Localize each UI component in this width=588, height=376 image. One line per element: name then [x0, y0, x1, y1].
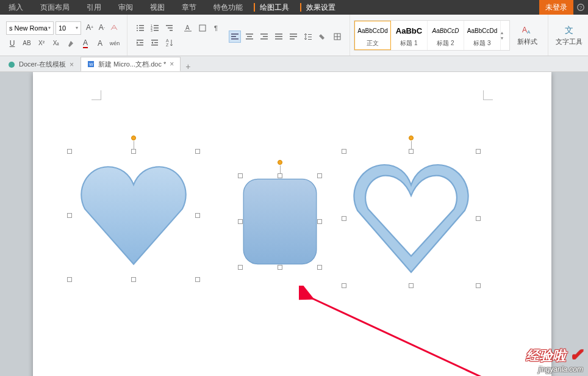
- highlight-icon[interactable]: [65, 37, 77, 49]
- menu-special[interactable]: 特色功能: [205, 0, 251, 15]
- shape-rounded-rect[interactable]: [240, 176, 320, 267]
- number-list-icon[interactable]: 123: [148, 21, 162, 35]
- increase-font-icon[interactable]: A+: [84, 21, 96, 34]
- resize-handle[interactable]: [409, 283, 414, 288]
- close-icon[interactable]: ×: [70, 60, 74, 69]
- svg-rect-29: [231, 36, 236, 37]
- increase-indent-icon[interactable]: [148, 36, 162, 49]
- resize-handle[interactable]: [342, 149, 346, 154]
- strikethrough-icon[interactable]: AB: [21, 37, 33, 49]
- style-heading3[interactable]: AaBbCcDd标题 3: [464, 21, 501, 50]
- sort-icon[interactable]: AZ: [163, 36, 176, 49]
- svg-rect-37: [275, 34, 282, 35]
- svg-text:A: A: [522, 26, 527, 34]
- menu-insert[interactable]: 插入: [0, 0, 32, 15]
- align-right-icon[interactable]: [258, 31, 270, 43]
- close-icon[interactable]: ×: [170, 60, 174, 68]
- menu-layout[interactable]: 页面布局: [32, 0, 78, 15]
- resize-handle[interactable]: [476, 149, 481, 154]
- svg-rect-40: [290, 34, 297, 35]
- svg-rect-11: [154, 27, 159, 29]
- svg-rect-7: [139, 30, 144, 31]
- align-left-icon[interactable]: [229, 31, 241, 43]
- clear-format-icon[interactable]: [108, 21, 120, 34]
- resize-handle[interactable]: [317, 173, 322, 178]
- resize-handle[interactable]: [195, 213, 200, 218]
- multilevel-list-icon[interactable]: [163, 21, 176, 35]
- resize-handle[interactable]: [342, 216, 346, 221]
- resize-handle[interactable]: [342, 283, 346, 288]
- resize-handle[interactable]: [131, 149, 136, 154]
- shading-fill-icon[interactable]: [317, 31, 329, 43]
- menu-chapter[interactable]: 章节: [173, 0, 205, 15]
- char-scale-icon[interactable]: A: [181, 21, 195, 35]
- svg-rect-31: [246, 34, 253, 35]
- resize-handle[interactable]: [131, 277, 136, 282]
- style-heading2[interactable]: AaBbCcD标题 2: [428, 21, 464, 50]
- resize-handle[interactable]: [238, 173, 243, 178]
- resize-handle[interactable]: [238, 219, 243, 224]
- shape-heart-outline[interactable]: [344, 151, 478, 286]
- menu-effect-settings[interactable]: 效果设置: [298, 0, 344, 15]
- login-button[interactable]: 未登录: [539, 0, 573, 15]
- menu-view[interactable]: 视图: [142, 0, 173, 15]
- resize-handle[interactable]: [317, 265, 322, 270]
- document-page[interactable]: [33, 72, 551, 376]
- bullet-list-icon[interactable]: [134, 21, 147, 35]
- font-color-icon[interactable]: A: [79, 37, 91, 49]
- svg-text:文: 文: [565, 25, 573, 35]
- decrease-indent-icon[interactable]: [134, 36, 147, 49]
- border-grid-icon[interactable]: [331, 31, 343, 43]
- svg-rect-9: [154, 25, 159, 26]
- resize-handle[interactable]: [67, 149, 72, 154]
- style-scroll-down-icon[interactable]: ▾: [501, 35, 509, 41]
- menu-review[interactable]: 审阅: [110, 0, 142, 15]
- border-icon[interactable]: [196, 21, 209, 35]
- rotate-handle[interactable]: [409, 136, 414, 140]
- style-normal[interactable]: AaBbCcDd正文: [354, 21, 391, 50]
- superscript-icon[interactable]: X²: [35, 37, 48, 49]
- help-icon[interactable]: ?: [573, 0, 588, 15]
- menu-drawing-tools[interactable]: 绘图工具: [251, 0, 298, 15]
- new-tab-button[interactable]: +: [181, 62, 195, 71]
- style-scroll-up-icon[interactable]: ▴: [501, 30, 509, 35]
- font-size-combo[interactable]: 10▾: [56, 21, 81, 35]
- shape-heart-filled[interactable]: [70, 151, 198, 280]
- underline-icon[interactable]: U: [6, 37, 18, 49]
- svg-text:?: ?: [579, 5, 583, 10]
- resize-handle[interactable]: [476, 283, 481, 288]
- align-distribute-icon[interactable]: [287, 31, 299, 43]
- resize-handle[interactable]: [409, 149, 414, 154]
- resize-handle[interactable]: [195, 277, 200, 282]
- margin-corner-icon: [483, 90, 493, 100]
- svg-text:A: A: [185, 24, 190, 31]
- tab-docer[interactable]: Docer-在线模板 ×: [1, 57, 81, 71]
- svg-rect-26: [199, 25, 206, 31]
- show-marks-icon[interactable]: ¶: [210, 21, 224, 35]
- line-spacing-icon[interactable]: [302, 31, 314, 43]
- styles-gallery[interactable]: AaBbCcDd正文 AaBbC标题 1 AaBbCcD标题 2 AaBbCcD…: [354, 20, 510, 51]
- new-style-button[interactable]: AA 新样式: [510, 24, 544, 46]
- resize-handle[interactable]: [195, 149, 200, 154]
- subscript-icon[interactable]: X₂: [50, 37, 62, 49]
- shading-icon[interactable]: A: [94, 37, 106, 49]
- resize-handle[interactable]: [67, 213, 72, 218]
- new-style-icon: AA: [521, 24, 533, 36]
- align-center-icon[interactable]: [243, 31, 256, 43]
- decrease-font-icon[interactable]: A-: [96, 21, 108, 34]
- align-justify-icon[interactable]: [273, 31, 285, 43]
- resize-handle[interactable]: [67, 277, 72, 282]
- text-tool-button[interactable]: 文 文字工具: [552, 24, 586, 46]
- style-heading1[interactable]: AaBbC标题 1: [391, 21, 428, 50]
- menu-reference[interactable]: 引用: [78, 0, 110, 15]
- rotate-handle[interactable]: [131, 136, 136, 140]
- resize-handle[interactable]: [278, 173, 282, 178]
- rotate-handle[interactable]: [278, 160, 282, 165]
- resize-handle[interactable]: [278, 265, 282, 270]
- resize-handle[interactable]: [317, 219, 322, 224]
- tab-document[interactable]: W 新建 Micro...文档.doc * ×: [81, 57, 181, 71]
- font-name-combo[interactable]: s New Roma▾: [6, 21, 54, 35]
- resize-handle[interactable]: [476, 216, 481, 221]
- phonetic-icon[interactable]: wén: [109, 37, 121, 49]
- resize-handle[interactable]: [238, 265, 243, 270]
